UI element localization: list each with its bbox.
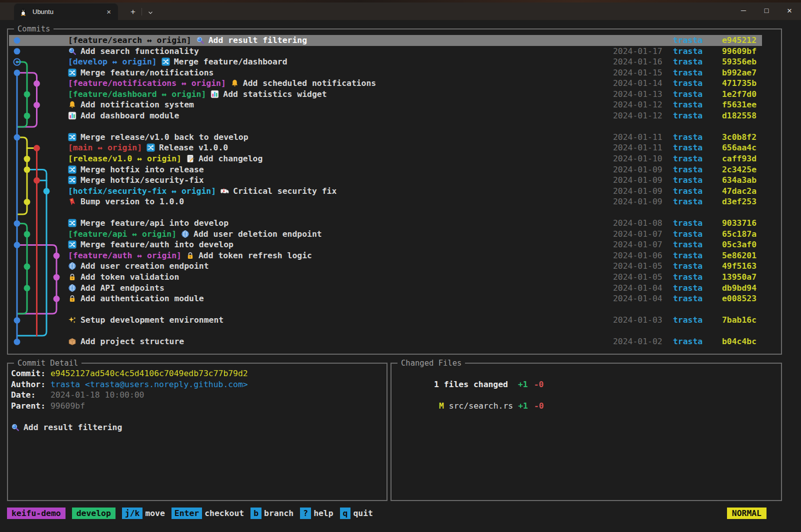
commit-hash: 5e86201 xyxy=(722,250,758,261)
detail-author: trasta <trasta@users.noreply.github.com> xyxy=(50,380,248,389)
graph-gutter xyxy=(9,142,68,153)
commit-row[interactable]: Add notification system2024-01-12trastaf… xyxy=(9,99,780,110)
branch-label: [release/v1.0 ↔ origin] xyxy=(68,154,182,163)
tab-ubuntu[interactable]: Ubuntu × xyxy=(14,3,118,20)
commit-date: 2024-01-07 xyxy=(613,229,663,240)
commit-date: 2024-01-14 xyxy=(613,78,663,89)
commit-row[interactable]: [main ↔ origin]Release v1.0.02024-01-11t… xyxy=(9,142,780,153)
commit-hash: 13950a7 xyxy=(722,272,758,283)
summary-removed: -0 xyxy=(534,380,544,389)
branch-label: [feature/api ↔ origin] xyxy=(68,229,176,239)
key-b: b xyxy=(250,508,262,519)
key-enter: Enter xyxy=(172,508,202,519)
graph-gutter xyxy=(9,56,68,67)
commit-message: Add result filtering xyxy=(208,35,307,45)
merge-icon xyxy=(68,67,76,78)
commit-hash: e945212 xyxy=(722,35,758,46)
graph-gutter xyxy=(9,250,68,261)
globe-icon xyxy=(68,261,76,272)
commit-row[interactable]: [feature/api ↔ origin]Add user deletion … xyxy=(9,229,780,240)
commit-message: Add authentication module xyxy=(80,294,204,303)
commit-author: trasta xyxy=(673,164,704,175)
commit-message: Merge release/v1.0 back to develop xyxy=(80,132,248,142)
commit-message: Merge feature/notifications xyxy=(80,68,214,77)
commit-row[interactable]: Add user creation endpoint2024-01-05tras… xyxy=(9,261,780,272)
commit-hash: 656aa4c xyxy=(722,142,758,153)
graph-gutter xyxy=(9,239,68,250)
titlebar[interactable]: Ubuntu × + ─ □ × xyxy=(0,2,801,20)
changed-files-body: 1 files changed+1-0 Msrc/search.rs+1-0 xyxy=(392,364,781,500)
commit-date: 2024-01-09 xyxy=(613,186,663,197)
commit-row[interactable]: Add authentication module2024-01-04trast… xyxy=(9,293,780,304)
summary-added: +1 xyxy=(518,380,528,389)
commit-row[interactable]: [develop ↔ origin]Merge feature/dashboar… xyxy=(9,56,780,67)
commit-date: 2024-01-12 xyxy=(613,99,663,110)
commit-row[interactable]: Add dashboard module2024-01-12trastad182… xyxy=(9,110,780,121)
tab-close-icon[interactable]: × xyxy=(104,7,113,16)
file-added: +1 xyxy=(518,401,528,411)
keyhint-checkout: Entercheckout xyxy=(172,508,244,519)
commit-message-cell: [feature/auth ↔ origin]Add token refresh… xyxy=(68,250,613,261)
commit-message: Add dashboard module xyxy=(80,111,179,120)
commit-row[interactable]: Merge feature/auth into develop2024-01-0… xyxy=(9,239,780,250)
merge-icon xyxy=(68,218,76,229)
sparkles-icon xyxy=(68,315,76,326)
commit-hash: e008523 xyxy=(722,293,758,304)
commit-hash: b04c4bc xyxy=(722,336,758,347)
commit-hash: 05c3af0 xyxy=(722,239,758,250)
commit-message-cell: Merge hotfix/security-fix xyxy=(68,175,613,186)
commit-row[interactable]: [feature/notifications ↔ origin]Add sche… xyxy=(9,78,780,89)
commit-message: Add notification system xyxy=(80,100,194,109)
commit-row[interactable]: Add API endpoints2024-01-04trastadb9bd94 xyxy=(9,283,780,294)
files-summary: 1 files changed+1-0 xyxy=(394,368,781,379)
branch-label: [feature/notifications ↔ origin] xyxy=(68,78,226,88)
commit-date: 2024-01-02 xyxy=(613,336,663,347)
commit-date: 2024-01-15 xyxy=(613,67,663,78)
commit-row[interactable]: Add project structure2024-01-02trastab04… xyxy=(9,336,780,347)
file-status: M xyxy=(439,401,444,411)
detail-author-line: Author:trasta <trasta@users.noreply.gith… xyxy=(11,379,386,390)
commit-row[interactable]: Merge feature/notifications2024-01-15tra… xyxy=(9,67,780,78)
commit-message-cell: [hotfix/security-fix ↔ origin]Critical s… xyxy=(68,186,613,197)
lock-icon xyxy=(68,293,76,304)
search-icon xyxy=(196,35,204,46)
commit-date: 2024-01-06 xyxy=(613,250,663,261)
commit-message-cell: Add search functionality xyxy=(68,46,613,57)
maximize-button[interactable]: □ xyxy=(755,1,778,20)
commit-row[interactable]: [feature/search ↔ origin]Add result filt… xyxy=(9,35,780,46)
commit-author: trasta xyxy=(673,229,704,240)
commit-row[interactable]: [feature/auth ↔ origin]Add token refresh… xyxy=(9,250,780,261)
lock-icon xyxy=(68,272,76,283)
commit-row[interactable]: Merge feature/api into develop2024-01-08… xyxy=(9,218,780,229)
key-help: ? xyxy=(300,508,311,519)
search-icon xyxy=(68,46,76,57)
commit-row[interactable]: Add token validation2024-01-05trasta1395… xyxy=(9,272,780,283)
commit-message-cell: [feature/search ↔ origin]Add result filt… xyxy=(68,35,613,46)
commit-message-cell: Merge feature/api into develop xyxy=(68,218,613,229)
chart-icon xyxy=(68,110,76,121)
commit-row[interactable]: Merge hotfix into release2024-01-09trast… xyxy=(9,164,780,175)
graph-gutter xyxy=(9,99,68,110)
commit-row[interactable]: [release/v1.0 ↔ origin]Add changelog2024… xyxy=(9,153,780,164)
commit-author: trasta xyxy=(673,153,704,164)
commit-row[interactable]: Merge release/v1.0 back to develop2024-0… xyxy=(9,132,780,143)
commit-date: 2024-01-12 xyxy=(613,110,663,121)
commit-row[interactable]: Merge hotfix/security-fix2024-01-09trast… xyxy=(9,175,780,186)
new-tab-button[interactable]: + xyxy=(126,6,140,18)
commit-row[interactable]: Bump version to 1.0.02024-01-09trastad3e… xyxy=(9,196,780,207)
commit-row[interactable]: Setup development environment2024-01-03t… xyxy=(9,315,780,326)
tab-dropdown-icon[interactable] xyxy=(145,7,156,17)
commit-row[interactable]: Add search functionality2024-01-17trasta… xyxy=(9,46,780,57)
commit-row[interactable]: [hotfix/security-fix ↔ origin]Critical s… xyxy=(9,186,780,197)
commit-message-cell: Merge release/v1.0 back to develop xyxy=(68,132,613,143)
commit-author: trasta xyxy=(673,67,704,78)
close-button[interactable]: × xyxy=(778,1,801,20)
commit-row[interactable]: [feature/dashboard ↔ origin]Add statisti… xyxy=(9,89,780,100)
file-entry[interactable]: Msrc/search.rs+1-0 xyxy=(394,390,781,401)
minimize-button[interactable]: ─ xyxy=(732,1,755,20)
commit-message: Merge feature/api into develop xyxy=(80,218,228,228)
commit-hash: 3c0b8f2 xyxy=(722,132,758,143)
commit-author: trasta xyxy=(673,283,704,294)
commit-message: Add scheduled notifications xyxy=(243,78,376,88)
commit-message: Merge hotfix/security-fix xyxy=(80,175,204,185)
